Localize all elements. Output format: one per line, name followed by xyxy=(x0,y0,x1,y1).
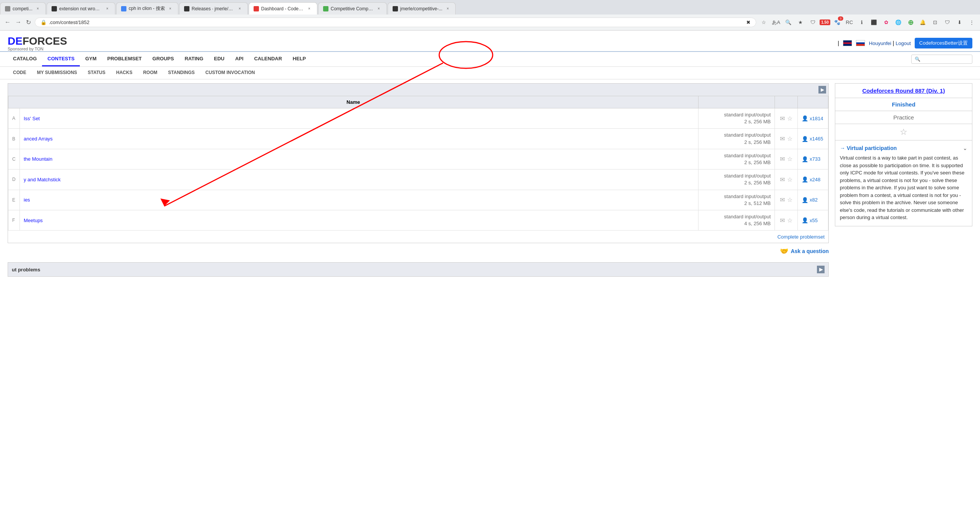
tab-close[interactable]: × xyxy=(167,6,173,12)
ext-paw-icon[interactable]: 🐾 3 xyxy=(832,17,843,28)
row-actions: ✉ ☆ xyxy=(775,129,798,149)
ext-info-icon[interactable]: ℹ xyxy=(856,17,867,28)
row-actions: ✉ ☆ xyxy=(775,108,798,129)
tab-close[interactable]: × xyxy=(237,6,243,12)
ext-black-icon[interactable]: ⬛ xyxy=(868,17,879,28)
tab-competi[interactable]: competi... × xyxy=(0,2,46,15)
ext-plus-green-icon[interactable]: ⊕ xyxy=(905,17,916,28)
ext-globe-icon[interactable]: 🌐 xyxy=(893,17,904,28)
sidebar-contest-title[interactable]: Codeforces Round 887 (Div. 1) xyxy=(835,83,972,98)
tab-codeforces-active[interactable]: Dashboard - Codeforces R... × xyxy=(249,2,317,15)
table-row: F Meetups standard input/output 4 s, 256… xyxy=(8,210,828,230)
sidebar-practice[interactable]: Practice xyxy=(835,111,972,124)
ext-rc-icon[interactable]: RC xyxy=(844,17,855,28)
ext-bell-icon[interactable]: 🔔 xyxy=(917,17,928,28)
nav-search-input[interactable] xyxy=(911,55,972,64)
problem-link[interactable]: y and Matchstick xyxy=(24,177,61,182)
participant-link[interactable]: 👤 x1465 xyxy=(802,136,824,142)
send-icon[interactable]: ✉ xyxy=(780,115,785,122)
nav-catalog[interactable]: CATALOG xyxy=(8,52,42,66)
problem-link[interactable]: Iss' Set xyxy=(24,116,40,121)
username-link[interactable]: Houyunfei xyxy=(869,40,891,46)
problem-link[interactable]: ies xyxy=(24,197,30,203)
participant-link[interactable]: 👤 x55 xyxy=(802,217,824,223)
tab-status[interactable]: STATUS xyxy=(82,67,111,79)
ext-pink-icon[interactable]: ✿ xyxy=(881,17,891,28)
nav-api[interactable]: API xyxy=(230,52,249,66)
tab-close[interactable]: × xyxy=(104,6,110,12)
star-icon[interactable]: ☆ xyxy=(787,135,792,142)
favorite-icon[interactable]: ★ xyxy=(795,17,806,28)
star-icon[interactable]: ☆ xyxy=(787,196,792,203)
bookmark-star-icon[interactable]: ☆ xyxy=(758,17,769,28)
tab-close[interactable]: × xyxy=(445,6,451,12)
star-icon[interactable]: ☆ xyxy=(787,217,792,224)
about-problems-expand-button[interactable]: ▶ xyxy=(817,266,825,273)
nav-gym[interactable]: GYM xyxy=(80,52,102,66)
problems-expand-button[interactable]: ▶ xyxy=(818,86,826,94)
send-icon[interactable]: ✉ xyxy=(780,135,785,142)
tab-code[interactable]: CODE xyxy=(8,67,32,79)
flag-uk[interactable] xyxy=(843,40,852,46)
flag-ru[interactable] xyxy=(856,40,865,46)
nav-problemset[interactable]: PROBLEMSET xyxy=(102,52,147,66)
forward-button[interactable]: → xyxy=(14,17,23,27)
row-letter: D xyxy=(8,169,20,190)
send-icon[interactable]: ✉ xyxy=(780,155,785,163)
tab-title: Dashboard - Codeforces R... xyxy=(261,6,304,11)
sidebar-virtual-header[interactable]: → Virtual participation ⌄ xyxy=(840,145,967,151)
sidebar-star[interactable]: ☆ xyxy=(835,124,972,140)
problem-link[interactable]: the Mountain xyxy=(24,156,52,162)
tab-my-submissions[interactable]: MY SUBMISSIONS xyxy=(32,67,82,79)
participant-link[interactable]: 👤 x82 xyxy=(802,197,824,203)
tab-close[interactable]: × xyxy=(306,6,312,12)
nav-groups[interactable]: GROUPS xyxy=(147,52,179,66)
tab-custom-invocation[interactable]: CUSTOM INVOCATION xyxy=(200,67,260,79)
zoom-icon[interactable]: 🔍 xyxy=(783,17,794,28)
tab-releases[interactable]: Releases · jmerle/competi... × xyxy=(179,2,248,15)
settings-icon[interactable]: ⋮ xyxy=(966,17,977,28)
problem-link[interactable]: Meetups xyxy=(24,218,43,223)
back-button[interactable]: ← xyxy=(3,17,12,27)
download-icon[interactable]: ⬇ xyxy=(954,17,965,28)
nav-edu[interactable]: EDU xyxy=(209,52,230,66)
action-icons: ✉ ☆ xyxy=(779,155,794,163)
reload-button[interactable]: ↻ xyxy=(24,17,32,27)
send-icon[interactable]: ✉ xyxy=(780,196,785,203)
tab-competitive-companion[interactable]: Competitive Companion - × xyxy=(318,2,387,15)
tab-jmerle[interactable]: jmerle/competitive-... × xyxy=(388,2,456,15)
about-problems-section[interactable]: ut problems ▶ xyxy=(8,262,829,277)
logout-link[interactable]: Logout xyxy=(896,40,911,46)
participant-link[interactable]: 👤 x248 xyxy=(802,176,824,182)
star-icon[interactable]: ☆ xyxy=(787,176,792,183)
problem-link[interactable]: anced Arrays xyxy=(24,136,53,142)
participant-link[interactable]: 👤 x733 xyxy=(802,156,824,162)
participant-link[interactable]: 👤 x1814 xyxy=(802,115,824,121)
shield-browser-icon[interactable]: 🛡 xyxy=(942,17,953,28)
tab-close[interactable]: × xyxy=(35,6,41,12)
nav-calendar[interactable]: CALENDAR xyxy=(249,52,287,66)
cf-logo[interactable]: DEFORCES xyxy=(8,35,67,47)
nav-contests[interactable]: CONTESTS xyxy=(42,52,80,66)
split-screen-icon[interactable]: ⊡ xyxy=(930,17,940,28)
nav-help[interactable]: HELP xyxy=(287,52,311,66)
tab-extension[interactable]: extension not wroking · Is... × xyxy=(47,2,115,15)
translate-icon[interactable]: あA xyxy=(771,17,781,28)
send-icon[interactable]: ✉ xyxy=(780,176,785,183)
star-icon[interactable]: ☆ xyxy=(787,155,792,163)
ask-question-link[interactable]: Ask a question xyxy=(791,248,829,254)
send-icon[interactable]: ✉ xyxy=(780,217,785,224)
tab-cph[interactable]: cph in clion - 搜索 × xyxy=(116,2,178,15)
tab-close[interactable]: × xyxy=(376,6,382,12)
address-bar[interactable]: 🔒 .com/contest/1852 ✖ xyxy=(35,18,756,27)
star-icon[interactable]: ☆ xyxy=(787,115,792,122)
tab-standings[interactable]: STANDINGS xyxy=(163,67,200,79)
codeforces-better-button[interactable]: CodeforcesBetter设置 xyxy=(915,38,972,48)
shield-ext-icon[interactable]: 🛡 xyxy=(807,17,818,28)
participant-count-text: x1814 xyxy=(810,116,823,121)
ext-150-icon[interactable]: 1.50 xyxy=(820,17,830,28)
complete-problemset-link[interactable]: Complete problemset xyxy=(777,234,825,240)
tab-hacks[interactable]: HACKS xyxy=(111,67,138,79)
nav-rating[interactable]: RATING xyxy=(179,52,209,66)
tab-room[interactable]: ROOM xyxy=(138,67,163,79)
